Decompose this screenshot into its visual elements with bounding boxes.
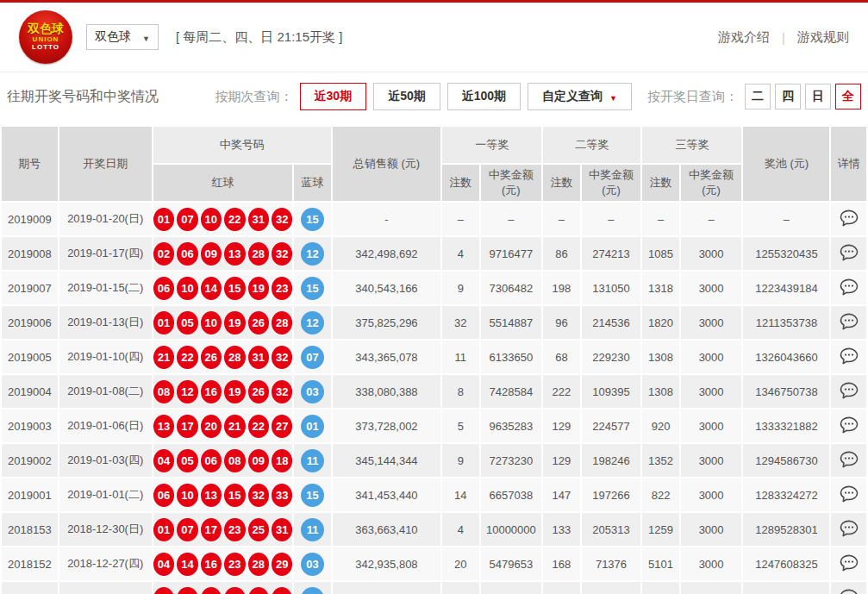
period-button-last30[interactable]: 近30期 — [300, 83, 367, 110]
total-sales-value: 363,663,410 — [333, 513, 440, 546]
detail-comment-icon[interactable] — [840, 313, 859, 330]
prize3-amount-value: 3000 — [681, 237, 742, 270]
total-sales-value: 343,365,078 — [333, 341, 440, 373]
prize3-count-value: 1308 — [642, 341, 678, 373]
draw-date: 2019-01-20(日) — [59, 203, 152, 235]
total-sales-value: 340,543,166 — [333, 272, 440, 304]
day-button-all[interactable]: 全 — [835, 84, 861, 109]
issue-number: 2019001 — [2, 478, 58, 511]
blue-ball: 03 — [301, 380, 324, 403]
detail-comment-icon[interactable] — [840, 589, 859, 594]
red-ball: 20 — [201, 415, 222, 438]
prize2-amount-value: 229230 — [582, 341, 641, 373]
red-ball: 06 — [153, 277, 174, 300]
prize-pool-value: 1283324272 — [743, 478, 829, 511]
red-balls: 010717232531 — [153, 518, 293, 541]
period-button-last100[interactable]: 近100期 — [447, 83, 521, 110]
red-balls-cell: 010710223132 — [153, 203, 293, 235]
red-ball: 13 — [224, 242, 245, 266]
detail-comment-icon[interactable] — [840, 520, 859, 537]
custom-query-dropdown[interactable]: 自定义查询 — [528, 83, 632, 110]
detail-cell — [831, 237, 866, 270]
red-ball: 07 — [177, 208, 197, 231]
amount-label: 中奖金额 — [489, 168, 534, 181]
day-button-sun[interactable]: 日 — [805, 84, 831, 109]
detail-comment-icon[interactable] — [840, 554, 859, 572]
blue-ball-cell: 01 — [294, 410, 330, 442]
draw-date: 2019-01-10(四) — [59, 341, 152, 373]
detail-comment-icon[interactable] — [840, 382, 859, 399]
red-balls: 040506080918 — [153, 449, 293, 472]
detail-cell — [831, 444, 866, 477]
issue-number: 2019004 — [2, 375, 58, 408]
prize3-amount-value: 3000 — [681, 272, 742, 304]
red-balls: 131720212227 — [153, 415, 293, 438]
red-balls-cell: 061013153233 — [153, 478, 293, 511]
red-ball: 07 — [177, 518, 197, 541]
game-select-dropdown[interactable]: 双色球 — [86, 24, 159, 50]
prize2-count-value: 168 — [543, 547, 579, 580]
red-ball: 21 — [153, 346, 174, 369]
draw-date: 2019-01-15(二) — [59, 272, 152, 304]
detail-comment-icon[interactable] — [840, 347, 859, 365]
detail-cell — [831, 478, 866, 511]
blue-ball-cell: 12 — [294, 237, 330, 270]
red-ball: 19 — [224, 311, 245, 335]
prize2-amount-value: 274213 — [582, 237, 641, 270]
table-row: 2019007 2019-01-15(二) 061014151923 15 34… — [2, 272, 866, 304]
red-ball: 05 — [153, 587, 174, 594]
table-row: 2019005 2019-01-10(四) 212226283132 07 34… — [2, 341, 866, 373]
nav-game-intro[interactable]: 游戏介绍 — [718, 29, 770, 46]
detail-comment-icon[interactable] — [840, 485, 859, 503]
prize-pool-value: 1289528301 — [743, 513, 829, 546]
detail-comment-icon[interactable] — [840, 209, 859, 227]
blue-ball-cell: 15 — [294, 582, 330, 594]
detail-comment-icon[interactable] — [840, 278, 859, 296]
day-button-tue[interactable]: 二 — [745, 84, 771, 109]
prize3-amount-value: 3000 — [681, 444, 742, 477]
filter-controls: 按期次查询： 近30期 近50期 近100期 自定义查询 按开奖日查询： 二 四… — [215, 83, 861, 110]
prize2-count-value: 147 — [543, 478, 579, 511]
red-ball: 19 — [224, 380, 245, 403]
prize1-count-value: 5 — [442, 410, 478, 442]
issue-number: 2019007 — [2, 272, 58, 304]
prize3-count-value: – — [642, 203, 678, 235]
blue-ball-cell: 15 — [294, 272, 330, 304]
nav-game-rules[interactable]: 游戏规则 — [797, 29, 849, 46]
red-ball: 13 — [153, 415, 174, 438]
red-ball: 25 — [224, 587, 245, 594]
red-ball: 10 — [177, 277, 197, 300]
prize2-count-value: 129 — [543, 410, 579, 442]
red-balls-cell: 131720212227 — [153, 410, 293, 442]
prize-pool-value: 1333321882 — [743, 410, 829, 442]
red-ball: 19 — [201, 587, 222, 594]
day-button-thu[interactable]: 四 — [775, 84, 801, 109]
prize1-count-value: 4 — [442, 513, 478, 546]
table-header: 期号 开奖日期 中奖号码 总销售额 (元) 一等奖 二等奖 三等奖 奖池 (元)… — [2, 127, 866, 201]
prize3-amount-value: 3000 — [681, 375, 742, 408]
blue-ball-cell: 03 — [294, 375, 330, 408]
detail-cell — [831, 375, 866, 408]
detail-comment-icon[interactable] — [840, 416, 859, 434]
blue-ball: 12 — [301, 311, 324, 335]
prize-pool-value: 1346750738 — [743, 375, 829, 408]
detail-cell — [831, 410, 866, 442]
prize1-count-value: 4 — [442, 237, 478, 270]
table-row: 2019009 2019-01-20(日) 010710223132 15 - … — [2, 203, 866, 235]
logo-text-cn: 双色球 — [28, 22, 64, 35]
prize3-amount-value: 3000 — [681, 410, 742, 442]
detail-comment-icon[interactable] — [840, 244, 859, 261]
red-balls: 051519252629 — [153, 587, 293, 594]
red-ball: 25 — [248, 518, 269, 541]
red-ball: 22 — [224, 208, 245, 231]
prize1-count-value: 32 — [442, 306, 478, 339]
red-ball: 19 — [248, 277, 269, 300]
red-balls-cell: 051519252629 — [153, 582, 293, 594]
red-ball: 15 — [177, 587, 197, 594]
red-ball: 31 — [248, 346, 269, 369]
red-ball: 01 — [153, 311, 174, 335]
red-balls-cell: 081216192632 — [153, 375, 293, 408]
period-button-last50[interactable]: 近50期 — [373, 83, 440, 110]
red-ball: 26 — [248, 311, 269, 335]
detail-comment-icon[interactable] — [840, 451, 859, 468]
